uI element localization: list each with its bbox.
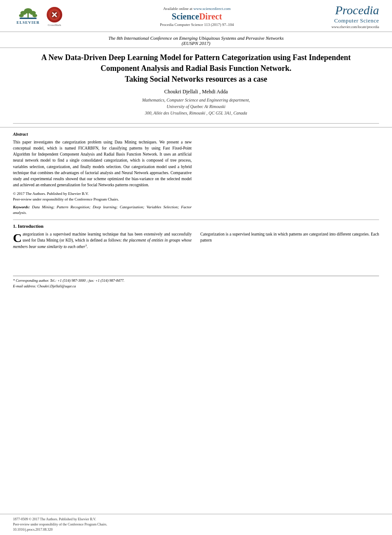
svg-rect-0 (20, 17, 37, 19)
abstract-columns: Abstract This paper investigates the cat… (13, 131, 379, 216)
crossmark-label: CrossMark (48, 23, 61, 27)
author-affiliation: Mathematics, Computer Science and Engine… (24, 97, 368, 116)
elsevier-wordmark: ELSEVIER (16, 20, 40, 25)
procedia-title: Procedia (335, 4, 379, 16)
footnote-ref-3: 3 (85, 244, 87, 247)
sciencedirect-link[interactable]: www.sciencedirect.com (194, 6, 231, 11)
abstract-text: This paper investigates the categorizati… (13, 139, 192, 188)
footnote-email-label: E-mail address: (13, 284, 36, 288)
copyright-line: © 2017 The Authors. Published by Elsevie… (13, 191, 192, 203)
sciencedirect-brand: ScienceDirect (172, 12, 222, 22)
svg-point-5 (19, 14, 24, 17)
elsevier-website-url: www.elsevier.com/locate/procedia (331, 25, 379, 29)
keywords-line: Keywords: Data Mining; Pattern Recogniti… (13, 204, 192, 216)
abstract-col1: Abstract This paper investigates the cat… (13, 131, 192, 216)
crossmark-logo (47, 7, 62, 22)
keywords-label: Keywords: (13, 205, 30, 209)
intro-col2: Categorization is a supervised learning … (201, 231, 379, 250)
introduction-columns: Categorization is a supervised machine l… (13, 231, 379, 250)
available-online-text: Available online at www.sciencedirect.co… (163, 6, 230, 11)
abstract-heading: Abstract (13, 131, 192, 137)
elsevier-logo: ELSEVIER (13, 8, 43, 25)
drop-cap-c: C (13, 233, 22, 243)
procedia-branding: Procedia Computer Science www.elsevier.c… (331, 4, 379, 29)
journal-center-info: Available online at www.sciencedirect.co… (160, 6, 234, 27)
elsevier-tree-icon (17, 8, 39, 20)
conference-name: The 8th International Conference on Emer… (17, 35, 375, 46)
footer-text: 1877-0509 © 2017 The Authors. Published … (13, 517, 379, 532)
intro-col1: Categorization is a supervised machine l… (13, 231, 192, 250)
keywords-text: Data Mining; Pattern Recognition; Deep l… (13, 205, 192, 215)
footnote-corresponding: * Corresponding author. Tel.: +1 (514) 9… (13, 278, 379, 289)
abstract-col2 (201, 131, 379, 216)
article-main-title: A New Data-Driven Deep Learning Model fo… (24, 52, 368, 85)
abstract-section: Abstract This paper investigates the cat… (0, 127, 392, 216)
introduction-section: 1. Introduction Categorization is a supe… (0, 223, 392, 250)
header-body-divider (13, 123, 379, 124)
conference-banner: The 8th International Conference on Emer… (0, 32, 392, 48)
page: ELSEVIER CrossMark Available online at w… (0, 0, 392, 535)
introduction-heading: 1. Introduction (13, 223, 379, 229)
footnote-divider (13, 276, 379, 276)
intro-col2-text: Categorization is a supervised learning … (201, 231, 379, 244)
svg-point-6 (32, 14, 37, 17)
abstract-intro-divider (13, 220, 379, 220)
computer-science-subtitle: Computer Science (334, 17, 379, 24)
article-title-area: A New Data-Driven Deep Learning Model fo… (0, 48, 392, 120)
authors-list: Choukri Djellali , Mehdi Adda (24, 89, 368, 95)
page-footer: 1877-0509 © 2017 The Authors. Published … (0, 514, 392, 535)
footnote-email: Choukri.Djellali@uqar.ca (37, 284, 76, 288)
journal-header: ELSEVIER CrossMark Available online at w… (0, 0, 392, 32)
logos-area: ELSEVIER CrossMark (13, 7, 62, 27)
footnote-area: * Corresponding author. Tel.: +1 (514) 9… (0, 278, 392, 289)
journal-citation: Procedia Computer Science 113 (2017) 97–… (160, 22, 234, 27)
